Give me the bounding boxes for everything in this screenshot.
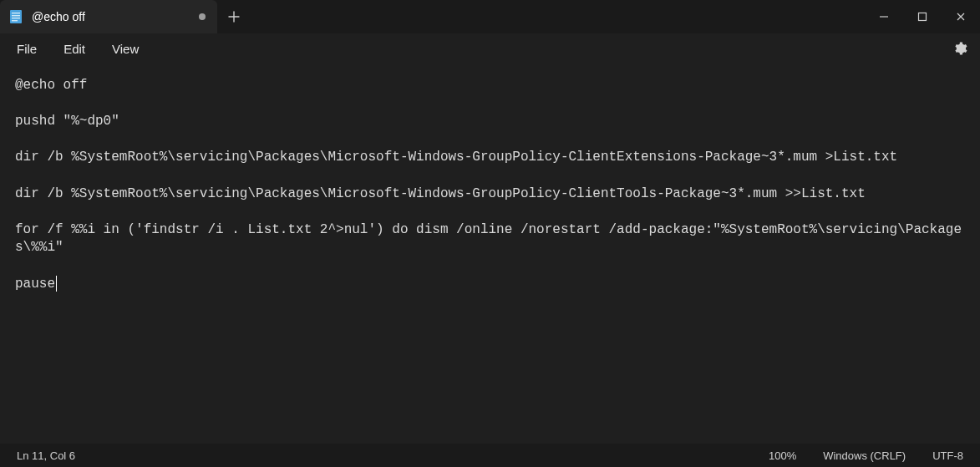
status-encoding[interactable]: UTF-8 (919, 449, 977, 462)
editor-line: for /f %%i in ('findstr /i . List.txt 2^… (15, 221, 965, 257)
menu-view[interactable]: View (100, 37, 150, 61)
editor-line (15, 203, 965, 221)
text-editor[interactable]: @echo offpushd "%~dp0"dir /b %SystemRoot… (0, 63, 980, 444)
menu-file[interactable]: File (5, 37, 48, 61)
svg-rect-4 (12, 20, 18, 21)
editor-line (15, 257, 965, 276)
tab-title: @echo off (32, 10, 190, 23)
modified-indicator-icon (199, 13, 206, 20)
settings-button[interactable] (945, 41, 975, 56)
window-controls (865, 0, 980, 33)
active-tab[interactable]: @echo off (0, 0, 217, 33)
svg-rect-1 (12, 13, 20, 13)
status-zoom[interactable]: 100% (755, 449, 810, 462)
svg-rect-2 (12, 15, 20, 16)
close-button[interactable] (942, 0, 980, 33)
editor-line: dir /b %SystemRoot%\servicing\Packages\M… (15, 149, 965, 167)
maximize-button[interactable] (903, 0, 942, 33)
editor-line: pushd "%~dp0" (15, 113, 965, 131)
text-caret (56, 276, 57, 291)
editor-line: pause (15, 276, 965, 294)
editor-line (15, 95, 965, 114)
menu-edit[interactable]: Edit (52, 37, 97, 61)
status-bar: Ln 11, Col 6 100% Windows (CRLF) UTF-8 (0, 444, 980, 467)
editor-line (15, 131, 965, 150)
status-cursor-position[interactable]: Ln 11, Col 6 (3, 449, 89, 462)
editor-line: dir /b %SystemRoot%\servicing\Packages\M… (15, 185, 965, 204)
svg-rect-5 (919, 13, 927, 21)
editor-line (15, 167, 965, 185)
minimize-button[interactable] (865, 0, 903, 33)
status-eol[interactable]: Windows (CRLF) (810, 449, 919, 462)
menu-bar: File Edit View (0, 33, 980, 63)
editor-line: @echo off (15, 77, 965, 95)
new-tab-button[interactable] (217, 0, 251, 33)
tab-region: @echo off (0, 0, 865, 33)
svg-rect-3 (12, 18, 20, 18)
file-icon (8, 9, 23, 24)
title-bar: @echo off (0, 0, 980, 33)
svg-rect-0 (10, 10, 22, 23)
